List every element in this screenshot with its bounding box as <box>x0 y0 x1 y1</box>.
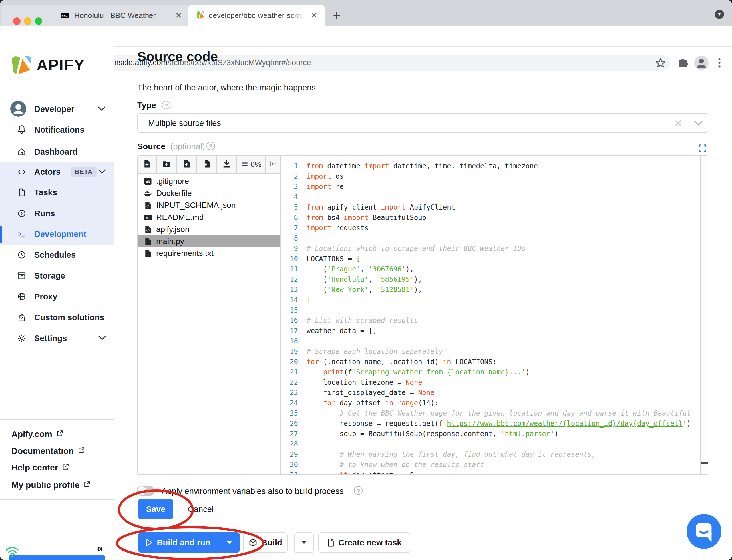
zoom-level-button[interactable]: 0% <box>237 156 266 173</box>
file-tree-item-INPUT-SCHEMA-json[interactable]: </>INPUT_SCHEMA.json <box>138 199 280 211</box>
source-help-icon[interactable]: ? <box>207 142 215 150</box>
code-line[interactable]: 18 <box>281 336 695 346</box>
save-button[interactable]: Save <box>138 499 173 519</box>
code-line[interactable]: 12 ('Honolulu', '5856195'), <box>281 274 695 285</box>
code-line[interactable]: 7import requests <box>281 223 695 233</box>
sidebar-item-proxy[interactable]: Proxy <box>0 287 114 307</box>
build-and-run-dropdown[interactable] <box>219 532 240 553</box>
link-help-center[interactable]: Help center <box>11 460 70 476</box>
chevron-down-icon[interactable] <box>98 169 106 176</box>
code-line[interactable]: 26 response = requests.get(f'https://www… <box>281 418 695 429</box>
tab-close-icon[interactable]: ✕ <box>175 11 182 20</box>
import-file-button[interactable] <box>197 156 217 173</box>
code-line[interactable]: 19# Scrape each location separately <box>281 346 695 357</box>
new-file-button[interactable] <box>138 156 157 173</box>
code-line[interactable]: 22 location_timezone = None <box>281 377 695 388</box>
code-line[interactable]: 27 soup = BeautifulSoup(response.content… <box>281 429 695 439</box>
code-line[interactable]: 28 <box>281 439 695 449</box>
traffic-light-minimize[interactable] <box>24 17 31 25</box>
code-line[interactable]: 23 first_displayed_date = None <box>281 388 695 398</box>
tab-search-icon[interactable]: ▼ <box>715 10 724 19</box>
code-line[interactable]: 8 <box>281 233 695 243</box>
sidebar-item-settings[interactable]: Settings <box>0 328 114 348</box>
bookmark-star-icon[interactable] <box>654 57 667 69</box>
file-tree-item-apify-json[interactable]: </>apify.json <box>138 223 280 235</box>
traffic-light-close[interactable] <box>13 17 21 25</box>
create-new-task-button[interactable]: Create new task <box>318 532 410 553</box>
code-line[interactable]: 11 ('Prague', '3067696'), <box>281 264 695 274</box>
code-line[interactable]: 17weather_data = [] <box>281 326 695 336</box>
code-editor[interactable]: 1from datetime import datetime, time, ti… <box>281 161 695 475</box>
code-line[interactable]: 30 # to know when do the results start <box>281 460 695 470</box>
code-line[interactable]: 13 ('New York', '5128581'), <box>281 285 695 295</box>
chevron-down-icon[interactable] <box>97 106 106 112</box>
code-line[interactable]: 5from apify_client import ApifyClient <box>281 202 695 213</box>
cancel-button[interactable]: Cancel <box>188 499 214 519</box>
env-help-icon[interactable]: ? <box>354 486 363 495</box>
build-dropdown[interactable] <box>294 532 314 553</box>
file-tree-item--gitignore[interactable]: git.gitignore <box>138 175 280 187</box>
tab-bbc-weather[interactable]: BBC Honolulu - BBC Weather ✕ <box>1 5 188 26</box>
download-button[interactable] <box>217 156 237 173</box>
sidebar-item-development[interactable]: Development <box>0 224 114 244</box>
type-select[interactable]: Multiple source files ✕ <box>137 113 708 133</box>
upload-file-button[interactable] <box>177 156 197 173</box>
chevron-down-icon[interactable] <box>98 335 106 342</box>
link-documentation[interactable]: Documentation <box>11 443 85 459</box>
profile-avatar[interactable] <box>694 56 709 70</box>
upgrade-button[interactable]: Upgrade <box>9 555 105 560</box>
traffic-light-zoom[interactable] <box>35 17 42 25</box>
code-line[interactable]: 14] <box>281 295 695 305</box>
sidebar-item-dashboard[interactable]: Dashboard <box>0 142 114 162</box>
link-apify-com[interactable]: Apify.com <box>11 426 64 442</box>
file-tree-item-requirements-txt[interactable]: requirements.txt <box>138 247 280 259</box>
build-button[interactable]: Build <box>243 532 288 553</box>
tab-apify-console[interactable]: developer/bbc-weather-scrape ✕ <box>188 5 325 26</box>
menu-dots-icon[interactable] <box>716 57 723 69</box>
scrollbar-thumb[interactable] <box>701 462 708 464</box>
chevron-down-icon[interactable] <box>694 120 703 126</box>
sidebar-item-custom-solutions[interactable]: Custom solutions <box>0 307 114 327</box>
new-folder-button[interactable] <box>157 156 177 173</box>
code-line[interactable]: 31 if day_offset == 0: <box>281 470 695 475</box>
code-line[interactable]: 16# List with scraped results <box>281 315 695 326</box>
sidebar-item-actors[interactable]: ActorsBETA <box>0 162 114 182</box>
code-line[interactable]: 10LOCATIONS = [ <box>281 254 695 264</box>
sidebar-item-storage[interactable]: Storage <box>0 266 114 286</box>
link-my-public-profile[interactable]: My public profile <box>11 477 91 493</box>
file-tree-item-Dockerfile[interactable]: Dockerfile <box>138 187 280 199</box>
code-line[interactable]: 25 # Get the BBC Weather page for the gi… <box>281 408 695 418</box>
file-tree-item-main-py[interactable]: main.py <box>138 235 280 247</box>
code-line[interactable]: 24 for day_offset in range(14): <box>281 398 695 408</box>
code-line[interactable]: 1from datetime import datetime, time, ti… <box>281 161 695 171</box>
user-avatar[interactable] <box>10 101 26 117</box>
align-left-button[interactable] <box>266 156 280 173</box>
bell-icon[interactable] <box>17 124 27 134</box>
code-line[interactable]: 2import os <box>281 171 695 182</box>
env-variables-toggle[interactable] <box>137 486 154 496</box>
type-help-icon[interactable]: ? <box>162 101 170 109</box>
clear-icon[interactable]: ✕ <box>674 118 682 129</box>
code-line[interactable]: 20for (location_name, location_id) in LO… <box>281 357 695 367</box>
tab-close-icon[interactable]: ✕ <box>311 11 318 20</box>
code-line[interactable]: 4 <box>281 192 695 202</box>
sidebar-item-runs[interactable]: Runs <box>0 203 114 223</box>
build-and-run-button[interactable]: Build and run <box>138 532 218 553</box>
extensions-puzzle-icon[interactable] <box>677 57 689 69</box>
new-tab-button[interactable]: + <box>333 7 341 23</box>
file-tree-item-README-md[interactable]: M↓README.md <box>138 211 280 223</box>
sidebar-item-tasks[interactable]: Tasks <box>0 182 114 202</box>
code-line[interactable]: 9# Locations which to scrape and their B… <box>281 243 695 254</box>
sidebar-item-notifications[interactable]: Notifications <box>34 125 85 135</box>
sidebar-item-schedules[interactable]: Schedules <box>0 245 114 265</box>
code-line[interactable]: 6from bs4 import BeautifulSoup <box>281 213 695 223</box>
editor-scrollbar[interactable] <box>700 156 708 475</box>
collapse-sidebar-icon[interactable]: « <box>97 541 103 555</box>
fullscreen-icon[interactable] <box>698 144 707 152</box>
code-line[interactable]: 3import re <box>281 182 695 192</box>
account-menu[interactable]: Developer <box>34 104 74 114</box>
code-line[interactable]: 21 print(f'Scraping weather from {locati… <box>281 367 695 377</box>
code-line[interactable]: 15 <box>281 305 695 315</box>
code-line[interactable]: 29 # When parsing the first day, find ou… <box>281 449 695 460</box>
chat-widget-button[interactable] <box>687 514 721 549</box>
